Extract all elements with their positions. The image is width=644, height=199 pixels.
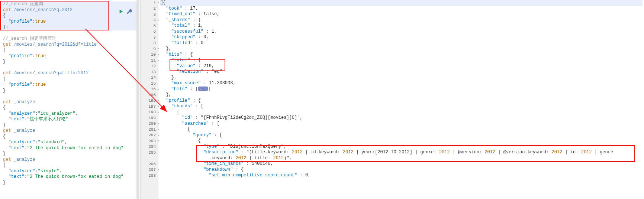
code-line[interactable]: "shards" : [ xyxy=(160,104,643,110)
code-line[interactable]: }, xyxy=(160,46,643,52)
gutter-line[interactable] xyxy=(141,156,158,162)
request-editor: //_search 泛查询 get /movies/_search?q=2012… xyxy=(0,0,141,199)
body-line[interactable]: "profile":true xyxy=(2,19,138,25)
code-line[interactable]: }, xyxy=(160,92,643,98)
code-line[interactable]: .keyword: 2012 | title: 2012)", xyxy=(160,156,643,162)
response-viewer: 1234567891011121314151619519619719819920… xyxy=(141,0,644,199)
gutter-line[interactable]: 3 xyxy=(141,12,158,17)
gutter-line[interactable]: 9 xyxy=(141,46,158,52)
gutter-line[interactable]: 204 xyxy=(141,144,158,150)
blank-line xyxy=(2,94,138,100)
gutter-line[interactable]: 11 xyxy=(141,58,158,63)
body-line[interactable]: "text":"2 The quick brown-fox eated in d… xyxy=(2,146,138,151)
body-line[interactable]: "profile":true xyxy=(2,82,138,88)
gutter-line[interactable]: 199 xyxy=(141,115,158,121)
code-line[interactable]: "id" : "[FhnhRLvgTi2deCg2dx_ZGQ][movies]… xyxy=(160,115,643,121)
gutter-line[interactable]: 7 xyxy=(141,35,158,40)
code-line[interactable]: "hits" : [...] xyxy=(160,87,643,92)
body-line[interactable]: "analyzer":"simple", xyxy=(2,169,138,174)
body-line[interactable]: "text":"这个苹果不大好吃" xyxy=(2,117,138,123)
gutter-line[interactable]: 208 xyxy=(141,173,158,179)
code-line[interactable]: "profile" : { xyxy=(160,98,643,104)
brace-open[interactable]: { xyxy=(2,13,138,19)
code-line[interactable]: }, xyxy=(160,75,643,81)
gutter-line[interactable]: 15 xyxy=(141,81,158,87)
brace-open[interactable]: { xyxy=(2,105,138,111)
gutter-line[interactable]: 10 xyxy=(141,52,158,58)
body-line[interactable]: "analyzer":"standard", xyxy=(2,140,138,146)
code-line[interactable]: "set_min_competitive_score_count" : 0, xyxy=(160,173,643,179)
response-code[interactable]: { "took" : 17, "timed_out" : false, "_sh… xyxy=(158,0,644,199)
request-line[interactable]: get _analyze xyxy=(2,100,138,105)
gutter-line[interactable]: 1 xyxy=(141,0,158,6)
code-line[interactable]: { xyxy=(160,110,643,115)
gutter-line[interactable]: 4 xyxy=(141,17,158,23)
code-line[interactable]: "hits" : { xyxy=(160,52,643,58)
body-line[interactable]: "text":"2 The quick brown-fox eated in d… xyxy=(2,174,138,180)
code-line[interactable]: "failed" : 0 xyxy=(160,40,643,46)
brace-close[interactable]: }| xyxy=(2,25,138,30)
gutter-line[interactable]: 197 xyxy=(141,104,158,110)
gutter-line[interactable]: 8 xyxy=(141,40,158,46)
code-line[interactable]: { xyxy=(160,0,643,6)
brace-close[interactable]: } xyxy=(2,123,138,128)
code-line[interactable]: "skipped" : 0, xyxy=(160,35,643,40)
code-line[interactable]: "max_score" : 11.303033, xyxy=(160,81,643,87)
body-line[interactable]: "analyzer":"icu_analyzer", xyxy=(2,111,138,117)
gutter-line[interactable]: 205 xyxy=(141,150,158,156)
code-line[interactable]: { xyxy=(160,138,643,144)
code-line[interactable]: "searches" : [ xyxy=(160,121,643,127)
code-line[interactable]: "description" : "(title.keyword: 2012 | … xyxy=(160,150,643,156)
code-line[interactable]: "timed_out" : false, xyxy=(160,12,643,17)
gutter-line[interactable]: 12 xyxy=(141,63,158,69)
body-line[interactable]: "profile":true xyxy=(2,53,138,59)
gutter-line[interactable]: 203 xyxy=(141,138,158,144)
brace-open[interactable]: { xyxy=(2,134,138,140)
code-line[interactable]: "_shards" : { xyxy=(160,17,643,23)
request-line[interactable]: get /movies/_search?q=title:2012 xyxy=(2,71,138,76)
gutter-line[interactable]: 13 xyxy=(141,69,158,75)
gutter-line[interactable]: 2 xyxy=(141,6,158,12)
code-line[interactable]: "breakdown" : { xyxy=(160,167,643,173)
code-line[interactable]: "value" : 219, xyxy=(160,63,643,69)
gutter-line[interactable]: 196 xyxy=(141,98,158,104)
gutter-line[interactable]: 201 xyxy=(141,127,158,133)
brace-open[interactable]: { xyxy=(2,48,138,53)
gutter-line[interactable]: 5 xyxy=(141,23,158,29)
brace-close[interactable]: } xyxy=(2,151,138,157)
gutter-line[interactable]: 16 xyxy=(141,87,158,92)
gutter-line[interactable]: 206 xyxy=(141,161,158,167)
request-line[interactable]: get /movies/_search?q=2012&df=title xyxy=(2,42,138,48)
code-line[interactable]: "time_in_nanos" : 5400146, xyxy=(160,161,643,167)
run-icon[interactable] xyxy=(119,9,124,14)
gutter-line[interactable]: 14 xyxy=(141,75,158,81)
gutter-line[interactable]: 198 xyxy=(141,110,158,115)
gutter-line[interactable]: 207 xyxy=(141,167,158,173)
brace-open[interactable]: { xyxy=(2,76,138,82)
code-line[interactable]: "took" : 17, xyxy=(160,6,643,12)
code-line[interactable]: { xyxy=(160,127,643,133)
line-gutter: 1234567891011121314151619519619719819920… xyxy=(141,0,158,199)
brace-close[interactable]: } xyxy=(2,59,138,65)
request-actions xyxy=(119,9,132,14)
code-line[interactable]: "total" : 1, xyxy=(160,23,643,29)
code-line[interactable]: "successful" : 1, xyxy=(160,29,643,35)
brace-close[interactable]: } xyxy=(2,88,138,94)
drag-handle-icon[interactable]: ⋮ xyxy=(135,138,139,142)
wrench-icon[interactable] xyxy=(127,9,132,14)
gutter-line[interactable]: 200 xyxy=(141,121,158,127)
request-line[interactable]: get _analyze xyxy=(2,128,138,134)
gutter-line[interactable]: 202 xyxy=(141,133,158,138)
code-line[interactable]: "total" : { xyxy=(160,58,643,63)
request-line[interactable]: get /movies/_search?q=2012 xyxy=(2,7,138,13)
brace-open[interactable]: { xyxy=(2,163,138,169)
brace-close[interactable]: } xyxy=(2,180,138,186)
svg-marker-0 xyxy=(120,10,123,14)
code-line[interactable]: "type" : "DisjunctionMaxQuery", xyxy=(160,144,643,150)
code-line[interactable]: "relation" : "eq" xyxy=(160,69,643,75)
gutter-line[interactable]: 6 xyxy=(141,29,158,35)
code-line[interactable]: "query" : [ xyxy=(160,133,643,138)
blank-line xyxy=(2,30,138,36)
request-line[interactable]: get _analyze xyxy=(2,157,138,163)
gutter-line[interactable]: 195 xyxy=(141,92,158,98)
